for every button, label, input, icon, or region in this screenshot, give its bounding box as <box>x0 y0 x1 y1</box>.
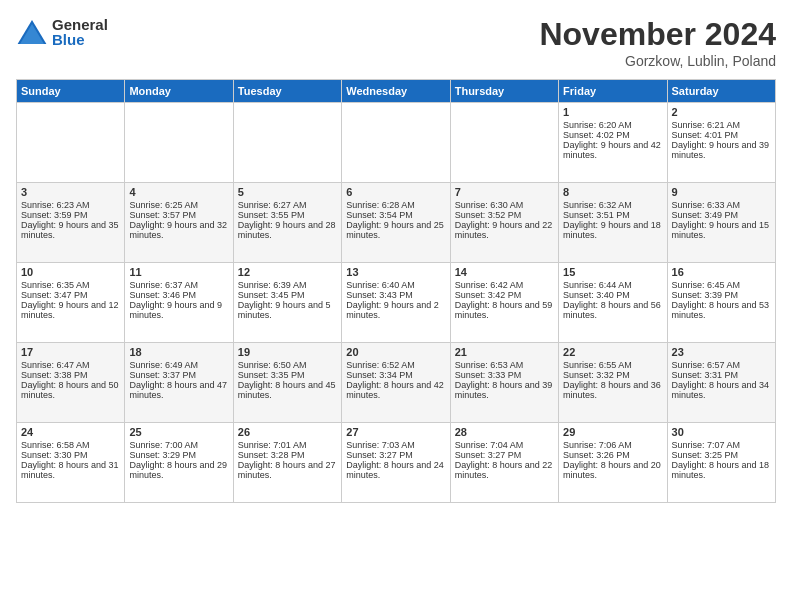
day-info: Sunrise: 6:58 AM <box>21 440 120 450</box>
calendar-header: SundayMondayTuesdayWednesdayThursdayFrid… <box>17 80 776 103</box>
day-info: Daylight: 9 hours and 42 minutes. <box>563 140 662 160</box>
day-info: Sunset: 4:02 PM <box>563 130 662 140</box>
day-info: Sunrise: 6:37 AM <box>129 280 228 290</box>
day-info: Sunset: 3:42 PM <box>455 290 554 300</box>
day-info: Daylight: 9 hours and 25 minutes. <box>346 220 445 240</box>
day-info: Sunset: 3:39 PM <box>672 290 771 300</box>
day-info: Daylight: 8 hours and 29 minutes. <box>129 460 228 480</box>
day-info: Sunset: 3:27 PM <box>346 450 445 460</box>
day-info: Daylight: 8 hours and 20 minutes. <box>563 460 662 480</box>
day-number: 11 <box>129 266 228 278</box>
day-info: Sunrise: 6:40 AM <box>346 280 445 290</box>
day-info: Daylight: 9 hours and 2 minutes. <box>346 300 445 320</box>
calendar-cell: 1Sunrise: 6:20 AMSunset: 4:02 PMDaylight… <box>559 103 667 183</box>
calendar-cell <box>125 103 233 183</box>
day-number: 4 <box>129 186 228 198</box>
day-info: Sunrise: 6:45 AM <box>672 280 771 290</box>
day-info: Sunset: 3:47 PM <box>21 290 120 300</box>
day-info: Daylight: 9 hours and 9 minutes. <box>129 300 228 320</box>
day-info: Daylight: 8 hours and 39 minutes. <box>455 380 554 400</box>
day-info: Sunset: 3:37 PM <box>129 370 228 380</box>
page-container: General Blue November 2024 Gorzkow, Lubl… <box>0 0 792 612</box>
day-info: Sunrise: 7:00 AM <box>129 440 228 450</box>
day-number: 20 <box>346 346 445 358</box>
logo-general: General <box>52 17 108 32</box>
day-info: Daylight: 9 hours and 32 minutes. <box>129 220 228 240</box>
calendar-cell: 7Sunrise: 6:30 AMSunset: 3:52 PMDaylight… <box>450 183 558 263</box>
day-info: Sunrise: 6:49 AM <box>129 360 228 370</box>
day-header-wednesday: Wednesday <box>342 80 450 103</box>
calendar-cell: 10Sunrise: 6:35 AMSunset: 3:47 PMDayligh… <box>17 263 125 343</box>
calendar: SundayMondayTuesdayWednesdayThursdayFrid… <box>16 79 776 503</box>
day-number: 23 <box>672 346 771 358</box>
day-info: Daylight: 9 hours and 28 minutes. <box>238 220 337 240</box>
day-info: Sunset: 3:38 PM <box>21 370 120 380</box>
day-header-monday: Monday <box>125 80 233 103</box>
calendar-week-2: 10Sunrise: 6:35 AMSunset: 3:47 PMDayligh… <box>17 263 776 343</box>
calendar-cell: 6Sunrise: 6:28 AMSunset: 3:54 PMDaylight… <box>342 183 450 263</box>
day-info: Daylight: 9 hours and 15 minutes. <box>672 220 771 240</box>
day-info: Sunset: 3:27 PM <box>455 450 554 460</box>
day-info: Daylight: 8 hours and 42 minutes. <box>346 380 445 400</box>
day-info: Daylight: 9 hours and 18 minutes. <box>563 220 662 240</box>
calendar-cell: 23Sunrise: 6:57 AMSunset: 3:31 PMDayligh… <box>667 343 775 423</box>
calendar-cell: 9Sunrise: 6:33 AMSunset: 3:49 PMDaylight… <box>667 183 775 263</box>
day-info: Sunrise: 7:07 AM <box>672 440 771 450</box>
calendar-cell: 12Sunrise: 6:39 AMSunset: 3:45 PMDayligh… <box>233 263 341 343</box>
header: General Blue November 2024 Gorzkow, Lubl… <box>16 16 776 69</box>
day-info: Sunset: 3:33 PM <box>455 370 554 380</box>
day-info: Sunrise: 7:04 AM <box>455 440 554 450</box>
day-info: Sunset: 3:45 PM <box>238 290 337 300</box>
day-info: Sunset: 3:49 PM <box>672 210 771 220</box>
day-info: Sunset: 3:55 PM <box>238 210 337 220</box>
day-info: Daylight: 8 hours and 27 minutes. <box>238 460 337 480</box>
day-number: 29 <box>563 426 662 438</box>
calendar-cell <box>17 103 125 183</box>
day-info: Sunset: 3:52 PM <box>455 210 554 220</box>
day-info: Daylight: 9 hours and 35 minutes. <box>21 220 120 240</box>
day-number: 27 <box>346 426 445 438</box>
calendar-cell: 21Sunrise: 6:53 AMSunset: 3:33 PMDayligh… <box>450 343 558 423</box>
day-info: Daylight: 8 hours and 56 minutes. <box>563 300 662 320</box>
day-info: Sunrise: 6:27 AM <box>238 200 337 210</box>
day-info: Sunset: 4:01 PM <box>672 130 771 140</box>
day-info: Daylight: 8 hours and 45 minutes. <box>238 380 337 400</box>
day-info: Daylight: 8 hours and 24 minutes. <box>346 460 445 480</box>
calendar-cell: 18Sunrise: 6:49 AMSunset: 3:37 PMDayligh… <box>125 343 233 423</box>
day-info: Sunrise: 6:44 AM <box>563 280 662 290</box>
day-number: 22 <box>563 346 662 358</box>
day-number: 25 <box>129 426 228 438</box>
day-info: Sunset: 3:46 PM <box>129 290 228 300</box>
day-info: Daylight: 8 hours and 50 minutes. <box>21 380 120 400</box>
day-number: 13 <box>346 266 445 278</box>
day-info: Sunset: 3:25 PM <box>672 450 771 460</box>
calendar-cell: 15Sunrise: 6:44 AMSunset: 3:40 PMDayligh… <box>559 263 667 343</box>
calendar-cell: 27Sunrise: 7:03 AMSunset: 3:27 PMDayligh… <box>342 423 450 503</box>
month-title: November 2024 <box>539 16 776 53</box>
day-info: Sunset: 3:32 PM <box>563 370 662 380</box>
day-number: 5 <box>238 186 337 198</box>
day-info: Sunrise: 6:20 AM <box>563 120 662 130</box>
day-info: Daylight: 9 hours and 22 minutes. <box>455 220 554 240</box>
day-info: Daylight: 8 hours and 36 minutes. <box>563 380 662 400</box>
day-number: 15 <box>563 266 662 278</box>
day-number: 9 <box>672 186 771 198</box>
day-info: Daylight: 8 hours and 31 minutes. <box>21 460 120 480</box>
day-number: 2 <box>672 106 771 118</box>
day-info: Sunset: 3:40 PM <box>563 290 662 300</box>
day-info: Sunrise: 6:25 AM <box>129 200 228 210</box>
day-info: Daylight: 8 hours and 47 minutes. <box>129 380 228 400</box>
day-info: Sunrise: 6:30 AM <box>455 200 554 210</box>
calendar-cell: 3Sunrise: 6:23 AMSunset: 3:59 PMDaylight… <box>17 183 125 263</box>
day-info: Sunset: 3:30 PM <box>21 450 120 460</box>
day-number: 10 <box>21 266 120 278</box>
day-info: Sunrise: 6:39 AM <box>238 280 337 290</box>
day-number: 28 <box>455 426 554 438</box>
day-info: Daylight: 9 hours and 12 minutes. <box>21 300 120 320</box>
day-number: 6 <box>346 186 445 198</box>
calendar-cell: 17Sunrise: 6:47 AMSunset: 3:38 PMDayligh… <box>17 343 125 423</box>
day-info: Daylight: 8 hours and 53 minutes. <box>672 300 771 320</box>
calendar-cell: 22Sunrise: 6:55 AMSunset: 3:32 PMDayligh… <box>559 343 667 423</box>
day-number: 24 <box>21 426 120 438</box>
day-info: Sunrise: 7:06 AM <box>563 440 662 450</box>
